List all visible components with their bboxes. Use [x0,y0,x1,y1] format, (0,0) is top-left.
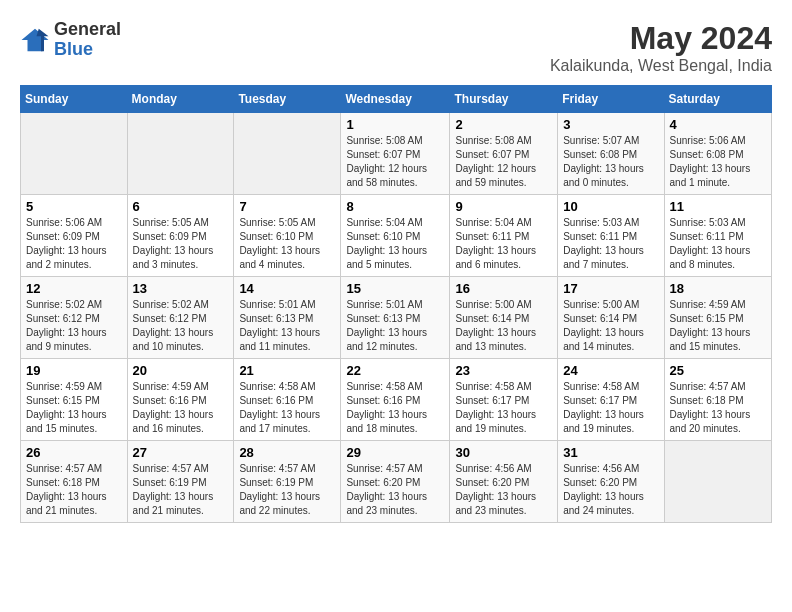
calendar-table: SundayMondayTuesdayWednesdayThursdayFrid… [20,85,772,523]
day-cell: 31Sunrise: 4:56 AMSunset: 6:20 PMDayligh… [558,441,664,523]
day-number: 16 [455,281,552,296]
day-info: Sunrise: 5:05 AMSunset: 6:10 PMDaylight:… [239,216,335,272]
day-cell: 22Sunrise: 4:58 AMSunset: 6:16 PMDayligh… [341,359,450,441]
day-info: Sunrise: 5:00 AMSunset: 6:14 PMDaylight:… [563,298,658,354]
day-info: Sunrise: 4:57 AMSunset: 6:19 PMDaylight:… [133,462,229,518]
day-cell [234,113,341,195]
day-number: 18 [670,281,766,296]
day-cell: 25Sunrise: 4:57 AMSunset: 6:18 PMDayligh… [664,359,771,441]
day-info: Sunrise: 4:59 AMSunset: 6:15 PMDaylight:… [26,380,122,436]
day-info: Sunrise: 4:58 AMSunset: 6:16 PMDaylight:… [346,380,444,436]
header-cell-monday: Monday [127,86,234,113]
day-cell: 19Sunrise: 4:59 AMSunset: 6:15 PMDayligh… [21,359,128,441]
day-cell: 18Sunrise: 4:59 AMSunset: 6:15 PMDayligh… [664,277,771,359]
day-info: Sunrise: 5:01 AMSunset: 6:13 PMDaylight:… [239,298,335,354]
day-info: Sunrise: 5:08 AMSunset: 6:07 PMDaylight:… [346,134,444,190]
day-number: 13 [133,281,229,296]
week-row-5: 26Sunrise: 4:57 AMSunset: 6:18 PMDayligh… [21,441,772,523]
main-title: May 2024 [550,20,772,57]
header-cell-sunday: Sunday [21,86,128,113]
day-cell: 1Sunrise: 5:08 AMSunset: 6:07 PMDaylight… [341,113,450,195]
header-row: SundayMondayTuesdayWednesdayThursdayFrid… [21,86,772,113]
day-number: 22 [346,363,444,378]
day-info: Sunrise: 4:58 AMSunset: 6:17 PMDaylight:… [455,380,552,436]
logo-text: General Blue [54,20,121,60]
day-number: 14 [239,281,335,296]
day-number: 7 [239,199,335,214]
day-number: 4 [670,117,766,132]
day-cell: 10Sunrise: 5:03 AMSunset: 6:11 PMDayligh… [558,195,664,277]
day-cell: 26Sunrise: 4:57 AMSunset: 6:18 PMDayligh… [21,441,128,523]
header-cell-wednesday: Wednesday [341,86,450,113]
header-cell-friday: Friday [558,86,664,113]
day-cell: 15Sunrise: 5:01 AMSunset: 6:13 PMDayligh… [341,277,450,359]
day-number: 23 [455,363,552,378]
day-cell: 12Sunrise: 5:02 AMSunset: 6:12 PMDayligh… [21,277,128,359]
logo-general-text: General [54,20,121,40]
day-number: 21 [239,363,335,378]
day-number: 29 [346,445,444,460]
day-info: Sunrise: 5:02 AMSunset: 6:12 PMDaylight:… [133,298,229,354]
logo-blue-text: Blue [54,40,121,60]
day-cell: 28Sunrise: 4:57 AMSunset: 6:19 PMDayligh… [234,441,341,523]
logo-icon [20,25,50,55]
calendar-body: 1Sunrise: 5:08 AMSunset: 6:07 PMDaylight… [21,113,772,523]
day-number: 20 [133,363,229,378]
day-cell: 29Sunrise: 4:57 AMSunset: 6:20 PMDayligh… [341,441,450,523]
day-cell: 4Sunrise: 5:06 AMSunset: 6:08 PMDaylight… [664,113,771,195]
day-cell: 20Sunrise: 4:59 AMSunset: 6:16 PMDayligh… [127,359,234,441]
day-number: 3 [563,117,658,132]
day-info: Sunrise: 4:58 AMSunset: 6:16 PMDaylight:… [239,380,335,436]
day-info: Sunrise: 4:57 AMSunset: 6:18 PMDaylight:… [670,380,766,436]
header-cell-thursday: Thursday [450,86,558,113]
day-cell [127,113,234,195]
day-info: Sunrise: 4:59 AMSunset: 6:15 PMDaylight:… [670,298,766,354]
day-cell: 21Sunrise: 4:58 AMSunset: 6:16 PMDayligh… [234,359,341,441]
day-info: Sunrise: 4:57 AMSunset: 6:18 PMDaylight:… [26,462,122,518]
week-row-2: 5Sunrise: 5:06 AMSunset: 6:09 PMDaylight… [21,195,772,277]
day-info: Sunrise: 5:04 AMSunset: 6:10 PMDaylight:… [346,216,444,272]
day-number: 2 [455,117,552,132]
day-cell: 17Sunrise: 5:00 AMSunset: 6:14 PMDayligh… [558,277,664,359]
day-cell: 7Sunrise: 5:05 AMSunset: 6:10 PMDaylight… [234,195,341,277]
day-cell: 27Sunrise: 4:57 AMSunset: 6:19 PMDayligh… [127,441,234,523]
day-info: Sunrise: 5:05 AMSunset: 6:09 PMDaylight:… [133,216,229,272]
day-number: 24 [563,363,658,378]
day-number: 26 [26,445,122,460]
header: General Blue May 2024 Kalaikunda, West B… [20,20,772,75]
day-info: Sunrise: 5:03 AMSunset: 6:11 PMDaylight:… [670,216,766,272]
day-info: Sunrise: 4:57 AMSunset: 6:20 PMDaylight:… [346,462,444,518]
day-info: Sunrise: 4:59 AMSunset: 6:16 PMDaylight:… [133,380,229,436]
day-cell: 30Sunrise: 4:56 AMSunset: 6:20 PMDayligh… [450,441,558,523]
day-cell [664,441,771,523]
day-info: Sunrise: 5:00 AMSunset: 6:14 PMDaylight:… [455,298,552,354]
day-cell: 6Sunrise: 5:05 AMSunset: 6:09 PMDaylight… [127,195,234,277]
day-number: 8 [346,199,444,214]
day-number: 19 [26,363,122,378]
calendar-header: SundayMondayTuesdayWednesdayThursdayFrid… [21,86,772,113]
day-number: 15 [346,281,444,296]
day-number: 25 [670,363,766,378]
day-number: 5 [26,199,122,214]
day-cell: 14Sunrise: 5:01 AMSunset: 6:13 PMDayligh… [234,277,341,359]
day-cell: 13Sunrise: 5:02 AMSunset: 6:12 PMDayligh… [127,277,234,359]
day-info: Sunrise: 4:57 AMSunset: 6:19 PMDaylight:… [239,462,335,518]
day-cell: 24Sunrise: 4:58 AMSunset: 6:17 PMDayligh… [558,359,664,441]
day-cell: 23Sunrise: 4:58 AMSunset: 6:17 PMDayligh… [450,359,558,441]
day-cell: 9Sunrise: 5:04 AMSunset: 6:11 PMDaylight… [450,195,558,277]
day-number: 12 [26,281,122,296]
day-number: 28 [239,445,335,460]
day-info: Sunrise: 4:56 AMSunset: 6:20 PMDaylight:… [455,462,552,518]
day-info: Sunrise: 4:56 AMSunset: 6:20 PMDaylight:… [563,462,658,518]
subtitle: Kalaikunda, West Bengal, India [550,57,772,75]
day-number: 31 [563,445,658,460]
day-number: 11 [670,199,766,214]
day-number: 6 [133,199,229,214]
day-cell: 2Sunrise: 5:08 AMSunset: 6:07 PMDaylight… [450,113,558,195]
week-row-3: 12Sunrise: 5:02 AMSunset: 6:12 PMDayligh… [21,277,772,359]
day-info: Sunrise: 5:03 AMSunset: 6:11 PMDaylight:… [563,216,658,272]
day-number: 9 [455,199,552,214]
day-info: Sunrise: 5:01 AMSunset: 6:13 PMDaylight:… [346,298,444,354]
title-section: May 2024 Kalaikunda, West Bengal, India [550,20,772,75]
day-number: 1 [346,117,444,132]
